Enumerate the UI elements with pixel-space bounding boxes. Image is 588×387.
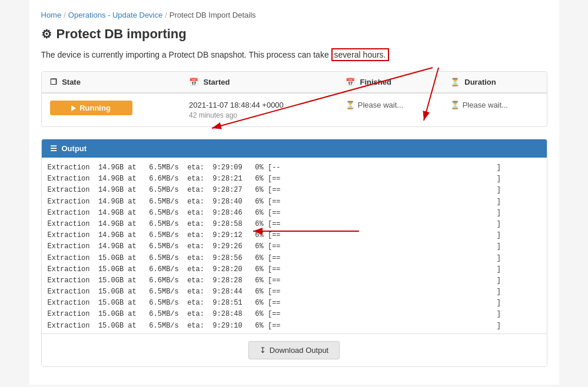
log-line: Extraction 14.9GB at 6.5MB/s eta: 9:29:0… [48,162,541,174]
log-line: Extraction 15.0GB at 6.5MB/s eta: 9:28:4… [48,286,541,298]
calendar-icon: 📅 [189,78,198,86]
gear-icon: ⚙ [41,27,52,41]
grid-icon: ❐ [50,78,57,86]
download-output-button[interactable]: ↧ Download Output [248,341,340,359]
th-duration: ⏳ Duration [442,72,547,93]
highlight-text: several hours. [331,48,389,61]
log-line: Extraction 15.0GB at 6.5MB/s eta: 9:29:1… [48,321,541,332]
started-cell: 2021-11-07 18:48:44 +0000 42 minutes ago [181,93,337,126]
breadcrumb: Home / Operations - Update Device / Prot… [41,6,547,26]
log-line: Extraction 14.9GB at 6.5MB/s eta: 9:29:1… [48,230,541,241]
clock-icon-header: ⏳ [450,78,460,86]
state-cell: Running [42,93,181,126]
play-icon [71,105,76,111]
output-header: ☰ Output [42,139,547,158]
log-line: Extraction 14.9GB at 6.5MB/s eta: 9:28:2… [48,185,541,196]
th-state: ❐ State [42,72,181,93]
finished-cell: ⏳ Please wait... [337,93,442,126]
log-line: Extraction 15.0GB at 6.5MB/s eta: 9:28:5… [48,253,541,264]
output-section: ☰ Output Extraction 14.9GB at 6.5MB/s et… [41,139,547,367]
log-line: Extraction 14.9GB at 6.5MB/s eta: 9:29:2… [48,241,541,252]
duration-cell: ⏳ Please wait... [442,93,547,126]
list-icon: ☰ [50,144,57,153]
th-started: 📅 Started [181,72,337,93]
clock-icon-finished: ⏳ [346,101,355,109]
log-line: Extraction 15.0GB at 6.6MB/s eta: 9:28:2… [48,264,541,275]
download-icon: ↧ [260,346,266,355]
log-line: Extraction 15.0GB at 6.6MB/s eta: 9:28:2… [48,275,541,286]
log-line: Extraction 15.0GB at 6.5MB/s eta: 9:29:2… [48,332,541,334]
clock-icon-duration: ⏳ [450,101,460,109]
output-log[interactable]: Extraction 14.9GB at 6.5MB/s eta: 9:29:0… [42,158,547,334]
table-row: Running 2021-11-07 18:48:44 +0000 42 min… [42,93,547,126]
calendar-icon-2: 📅 [346,78,355,86]
download-area: ↧ Download Output [42,334,547,366]
log-line: Extraction 15.0GB at 6.5MB/s eta: 9:28:5… [48,298,541,309]
log-line: Extraction 14.9GB at 6.5MB/s eta: 9:28:4… [48,196,541,208]
page-title: ⚙ Protect DB importing [41,26,547,42]
breadcrumb-operations[interactable]: Operations - Update Device [68,11,162,19]
status-table-container: ❐ State 📅 Started 📅 Finished ⏳ Duration [41,71,547,127]
breadcrumb-current: Protect DB Import Details [170,11,256,19]
breadcrumb-home[interactable]: Home [41,11,62,19]
log-line: Extraction 14.9GB at 6.6MB/s eta: 9:28:2… [48,174,541,185]
log-line: Extraction 15.0GB at 6.5MB/s eta: 9:28:4… [48,309,541,320]
page-description: The device is currently importing a Prot… [41,50,547,59]
running-badge: Running [50,101,132,115]
log-line: Extraction 14.9GB at 6.5MB/s eta: 9:28:4… [48,208,541,219]
log-line: Extraction 14.9GB at 6.5MB/s eta: 9:28:5… [48,219,541,230]
th-finished: 📅 Finished [337,72,442,93]
status-table: ❐ State 📅 Started 📅 Finished ⏳ Duration [42,72,547,126]
